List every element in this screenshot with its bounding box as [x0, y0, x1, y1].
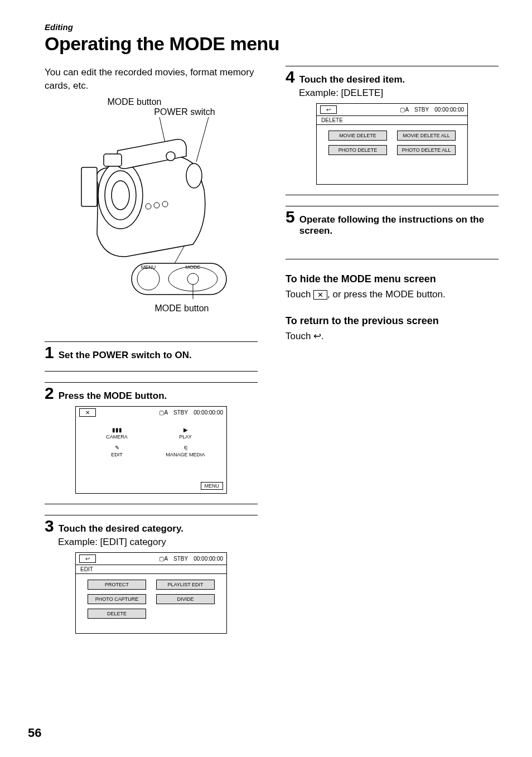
mode-manage-media[interactable]: ⎗ MANAGE MEDIA [156, 444, 215, 457]
step-5-number: 5 [286, 209, 295, 225]
power-switch-label: POWER switch [154, 107, 215, 117]
page-title: Operating the MODE menu [45, 33, 499, 55]
mode-edit[interactable]: ✎ EDIT [88, 444, 146, 457]
timecode: 00:00:00:00 [434, 107, 464, 113]
close-icon: ✕ [313, 290, 327, 300]
card-indicator: ▢A [159, 556, 168, 562]
step-3-sub: Example: [EDIT] category [58, 537, 258, 548]
edit-photo-capture[interactable]: PHOTO CAPTURE [88, 594, 146, 604]
card-indicator: ▢A [159, 409, 168, 416]
stby-indicator: STBY [414, 107, 429, 113]
step-4-number: 4 [286, 69, 295, 85]
lcd-edit-title: EDIT [76, 565, 226, 574]
step-5-text: Operate following the instructions on th… [299, 214, 499, 237]
camcorder-diagram-icon: MENU MODE [65, 117, 238, 301]
step-3-text: Touch the desired category. [59, 523, 183, 534]
edit-protect[interactable]: PROTECT [88, 580, 146, 590]
back-icon[interactable]: ↩ [79, 555, 96, 563]
step-2-number: 2 [45, 385, 54, 402]
hide-menu-heading: To hide the MODE menu screen [286, 273, 499, 285]
step-3-number: 3 [45, 518, 54, 534]
step-1-text: Set the POWER switch to ON. [59, 350, 192, 361]
delete-movie-all[interactable]: MOVIE DELETE ALL [397, 131, 456, 141]
lcd-delete-title: DELETE [317, 116, 467, 125]
menu-button[interactable]: MENU [201, 482, 224, 490]
svg-line-1 [196, 117, 209, 162]
stby-indicator: STBY [173, 409, 188, 416]
lcd-delete-menu: ↩ ▢A STBY 00:00:00:00 DELETE MOVIE DELET… [316, 103, 468, 185]
step-4-text: Touch the desired item. [299, 74, 405, 85]
camera-illustration: MODE button POWER switch [45, 97, 258, 314]
hide-menu-text: Touch ✕, or press the MODE button. [286, 287, 499, 302]
mode-button-label-top: MODE button [108, 97, 162, 107]
delete-movie[interactable]: MOVIE DELETE [328, 131, 387, 141]
intro-text: You can edit the recorded movies, format… [45, 66, 258, 93]
svg-point-7 [166, 152, 175, 161]
back-icon[interactable]: ↩ [320, 105, 337, 114]
delete-photo[interactable]: PHOTO DELETE [328, 145, 387, 155]
timecode: 00:00:00:00 [194, 556, 223, 562]
page-number: 56 [28, 726, 41, 740]
mode-button-label-bottom: MODE button [155, 303, 209, 314]
step-4-sub: Example: [DELETE] [299, 88, 499, 99]
return-heading: To return to the previous screen [286, 315, 499, 327]
delete-photo-all[interactable]: PHOTO DELETE ALL [397, 145, 456, 155]
inset-mode-text: MODE [186, 264, 201, 270]
timecode: 00:00:00:00 [194, 409, 223, 416]
return-text: Touch ↩. [286, 329, 499, 344]
step-1-number: 1 [45, 344, 54, 361]
edit-divide[interactable]: DIVIDE [156, 594, 215, 604]
back-icon: ↩ [313, 331, 321, 341]
mode-play[interactable]: ▶ PLAY [156, 426, 215, 440]
card-indicator: ▢A [400, 107, 409, 113]
stby-indicator: STBY [173, 556, 188, 562]
mode-camera[interactable]: ▮▮▮ CAMERA [88, 426, 146, 440]
svg-point-4 [112, 181, 129, 210]
edit-playlist[interactable]: PLAYLIST EDIT [156, 580, 215, 590]
edit-delete[interactable]: DELETE [88, 609, 146, 619]
inset-menu-text: MENU [141, 264, 156, 270]
svg-rect-5 [104, 154, 122, 166]
step-2-text: Press the MODE button. [59, 390, 167, 402]
svg-rect-6 [81, 167, 97, 206]
section-label: Editing [45, 22, 499, 32]
svg-point-11 [186, 163, 202, 188]
lcd-edit-menu: ↩ ▢A STBY 00:00:00:00 EDIT PROTECT PLAYL… [75, 552, 227, 634]
close-icon[interactable]: ✕ [79, 408, 96, 417]
lcd-mode-menu: ✕ ▢A STBY 00:00:00:00 ▮▮▮ CAMERA [75, 406, 227, 494]
